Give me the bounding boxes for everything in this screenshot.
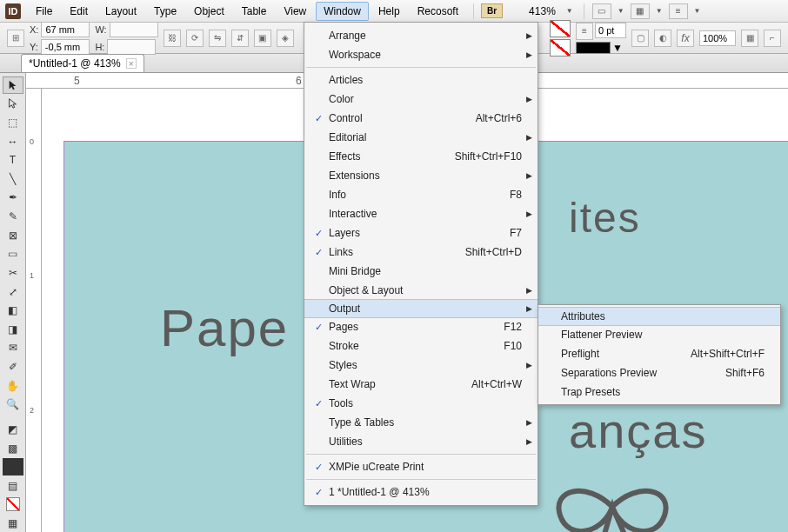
stroke-style-swatch[interactable]: [576, 42, 611, 54]
hand-tool[interactable]: ✋: [3, 377, 23, 395]
type-tool[interactable]: T: [3, 151, 23, 169]
stroke-swatch-none[interactable]: [550, 39, 571, 57]
gradient-feather-tool[interactable]: ◨: [3, 321, 23, 338]
selection-tool[interactable]: [3, 76, 23, 94]
line-tool[interactable]: ╲: [3, 170, 23, 188]
note-tool[interactable]: ✉: [3, 340, 23, 357]
screen-mode-icon[interactable]: ▭: [592, 3, 611, 19]
gap-tool[interactable]: ↔: [3, 133, 23, 150]
eyedropper-tool[interactable]: ✐: [3, 358, 23, 376]
stroke-weight-field[interactable]: [595, 23, 626, 38]
menu-item-tools[interactable]: ✓Tools: [304, 394, 538, 413]
menu-item-interactive[interactable]: Interactive▶: [304, 204, 538, 223]
fill-swatch-none[interactable]: [550, 20, 571, 37]
menu-item-label: Links: [327, 246, 465, 258]
apply-none[interactable]: [3, 496, 23, 514]
menu-item-output[interactable]: Output▶: [304, 299, 538, 318]
fx-icon[interactable]: fx: [677, 30, 694, 47]
zoom-level[interactable]: 413%: [524, 3, 561, 19]
document-tab[interactable]: *Untitled-1 @ 413% ×: [21, 54, 144, 72]
menu-window[interactable]: Window: [316, 2, 369, 21]
close-icon[interactable]: ×: [126, 58, 137, 69]
chevron-down-icon[interactable]: ▼: [691, 7, 705, 15]
menu-object[interactable]: Object: [186, 2, 232, 21]
corner-icon[interactable]: ⌐: [764, 30, 781, 47]
menu-item-effects[interactable]: EffectsShift+Ctrl+F10: [304, 147, 538, 166]
view-mode[interactable]: ▦: [3, 515, 23, 532]
menu-table[interactable]: Table: [234, 2, 275, 21]
rotate-icon[interactable]: ⟳: [186, 30, 204, 47]
feather-icon[interactable]: ◐: [654, 30, 671, 47]
zoom-dropdown-arrow[interactable]: ▼: [563, 7, 577, 15]
menu-view[interactable]: View: [276, 2, 314, 21]
direct-selection-tool[interactable]: [3, 96, 23, 113]
page-tool[interactable]: ⬚: [3, 114, 23, 131]
gradient-swatch-tool[interactable]: ◧: [3, 302, 23, 319]
menu-item-layers[interactable]: ✓LayersF7: [304, 223, 538, 243]
bridge-button[interactable]: Br: [481, 3, 503, 18]
select-container-icon[interactable]: ▣: [254, 30, 271, 47]
submenu-item-separations-preview[interactable]: Separations PreviewShift+F6: [538, 363, 780, 382]
menu-item-styles[interactable]: Styles▶: [304, 356, 538, 375]
view-options-icon[interactable]: ≡: [669, 3, 688, 19]
chevron-down-icon[interactable]: ▼: [652, 7, 666, 15]
select-content-icon[interactable]: ◈: [277, 30, 294, 47]
menu-item-object-layout[interactable]: Object & Layout▶: [304, 281, 538, 300]
free-transform-tool[interactable]: ⤢: [3, 283, 23, 301]
drop-shadow-icon[interactable]: ▢: [631, 30, 649, 47]
h-label: H:: [95, 42, 104, 52]
menu-item-text-wrap[interactable]: Text WrapAlt+Ctrl+W: [304, 375, 538, 394]
submenu-item-flattener-preview[interactable]: Flattener Preview: [538, 325, 780, 344]
pencil-tool[interactable]: ✎: [3, 208, 23, 225]
text-wrap-icon[interactable]: ▦: [741, 30, 758, 47]
menu-item-type-tables[interactable]: Type & Tables▶: [304, 413, 538, 432]
menu-shortcut: Alt+Shift+Ctrl+F: [691, 348, 765, 360]
menu-item-1-untitled-1-413-[interactable]: ✓1 *Untitled-1 @ 413%: [304, 482, 538, 502]
menu-help[interactable]: Help: [371, 2, 408, 21]
menu-item-control[interactable]: ✓ControlAlt+Ctrl+6: [304, 109, 538, 128]
menu-layout[interactable]: Layout: [97, 2, 144, 21]
menu-item-mini-bridge[interactable]: Mini Bridge: [304, 262, 538, 281]
check-icon: ✓: [310, 247, 327, 258]
pen-tool[interactable]: ✒: [3, 190, 23, 207]
reference-point-icon[interactable]: ⊞: [7, 30, 24, 47]
menu-recosoft[interactable]: Recosoft: [410, 2, 466, 21]
menu-item-arrange[interactable]: Arrange▶: [304, 26, 538, 45]
y-field[interactable]: -0,5 mm: [41, 39, 90, 55]
default-fill-stroke[interactable]: ▩: [3, 440, 23, 457]
constrain-icon[interactable]: ⛓: [164, 30, 181, 47]
x-field[interactable]: 67 mm: [41, 22, 90, 37]
zoom-tool[interactable]: 🔍: [3, 396, 23, 413]
w-field[interactable]: [110, 22, 158, 37]
menu-item-editorial[interactable]: Editorial▶: [304, 128, 538, 147]
chevron-down-icon[interactable]: ▼: [612, 42, 623, 54]
submenu-item-preflight[interactable]: PreflightAlt+Shift+Ctrl+F: [538, 344, 780, 363]
apply-gradient[interactable]: ▤: [3, 477, 23, 495]
menu-item-articles[interactable]: Articles: [304, 70, 538, 90]
menu-item-info[interactable]: InfoF8: [304, 185, 538, 204]
submenu-item-attributes[interactable]: Attributes: [538, 307, 780, 326]
arrange-icon[interactable]: ▦: [631, 3, 650, 19]
menu-file[interactable]: File: [28, 2, 60, 21]
scissors-tool[interactable]: ✂: [3, 264, 23, 282]
menu-item-stroke[interactable]: StrokeF10: [304, 336, 538, 356]
menu-item-workspace[interactable]: Workspace▶: [304, 45, 538, 64]
menu-item-utilities[interactable]: Utilities▶: [304, 432, 538, 451]
opacity-field[interactable]: [699, 30, 736, 46]
apply-color[interactable]: [3, 458, 23, 475]
menu-item-xmpie-ucreate-print[interactable]: ✓XMPie uCreate Print: [304, 457, 538, 476]
rectangle-frame-tool[interactable]: ⊠: [3, 227, 23, 244]
rectangle-tool[interactable]: ▭: [3, 245, 23, 263]
menu-item-extensions[interactable]: Extensions▶: [304, 166, 538, 185]
h-field[interactable]: [107, 39, 156, 55]
menu-edit[interactable]: Edit: [62, 2, 96, 21]
fill-stroke-toggle[interactable]: ◩: [3, 421, 23, 438]
menu-item-pages[interactable]: ✓PagesF12: [304, 317, 538, 336]
menu-item-color[interactable]: Color▶: [304, 90, 538, 109]
menu-type[interactable]: Type: [146, 2, 184, 21]
menu-item-links[interactable]: ✓LinksShift+Ctrl+D: [304, 243, 538, 262]
flip-h-icon[interactable]: ⇋: [209, 30, 226, 47]
flip-v-icon[interactable]: ⇵: [231, 30, 249, 47]
chevron-down-icon[interactable]: ▼: [614, 7, 628, 15]
submenu-item-trap-presets[interactable]: Trap Presets: [538, 382, 780, 402]
